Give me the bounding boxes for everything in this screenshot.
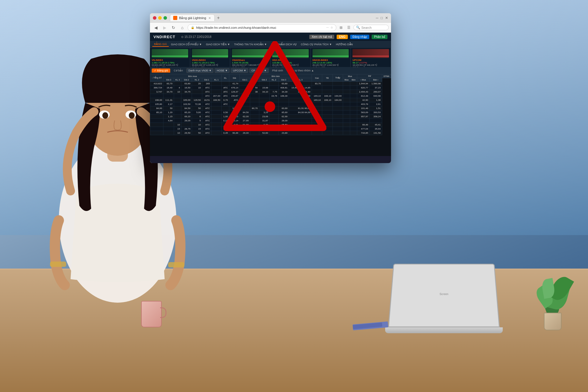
td-g2s: 9,70 [259, 123, 269, 127]
td-kl1b [211, 119, 221, 123]
nav-thong-tin-tai-khoan[interactable]: THÔNG TIN TÀI KHOẢN ▼ [232, 42, 269, 46]
nav-bang-gia[interactable]: BẢNG GIÁ [152, 42, 169, 47]
index-hnx[interactable]: HNX-INDEX 123.88 (1.49 1.22%) 49,145,700… [270, 48, 311, 67]
table-row[interactable]: ATC 207,00 ATC 150,87 211,00 19,76 168,3… [150, 94, 391, 98]
tab-co-ban[interactable]: Cơ bản [171, 68, 185, 73]
upcom-name: UPCOM [353, 59, 389, 61]
td-kl1s [250, 98, 259, 102]
window-maximize-button[interactable] [163, 16, 167, 20]
td-gia: 129,37 [229, 90, 240, 94]
td-ban [350, 106, 357, 110]
tab-dau-tu-nhom[interactable]: Đầu tư theo nhóm ▲ [287, 68, 316, 73]
desk-plant [535, 272, 570, 330]
td-gia [229, 102, 240, 106]
td-kl3s [289, 123, 312, 127]
table-row[interactable]: 1,15 69,20 6 ATC 1,00 177,10 62,00 23,06 [150, 115, 391, 119]
td-kl2s [269, 82, 278, 86]
tab-title: Bảng giá Lightning [179, 16, 206, 20]
hnx-info: 49,145,700 CP 1,044,526 Tỷ [272, 64, 309, 66]
tab-phai-sinh[interactable]: Phái sinh [270, 68, 285, 73]
table-row[interactable]: 10 26,50 50 ATC 0,45 90,46 26,00 52,60 2… [150, 131, 391, 135]
win-maximize-ctrl[interactable]: □ [381, 16, 383, 20]
td-ban [350, 127, 357, 131]
td-thap [333, 106, 343, 110]
tab-close-button[interactable]: ✕ [208, 16, 211, 20]
index-vn30[interactable]: VN30-INDEX 1,082.71 (29.24 2.78%) 93,620… [190, 48, 230, 67]
td-g2b: 84,50 [181, 106, 192, 110]
nav-cong-cu-phan-tich[interactable]: CÔNG CỤ PHÂN TÍCH ▼ [299, 42, 333, 46]
td-g1s [240, 86, 250, 90]
nav-giao-dich-co-phieu[interactable]: GIAO DỊCH CỔ PHIẾU ▼ [169, 42, 204, 46]
td-g1s: 211,00 [240, 94, 250, 98]
table-row[interactable]: 10 10 ATC 3,01 91,90 9,70 85,50 [150, 123, 391, 127]
window-minimize-button[interactable] [158, 16, 162, 20]
td-tb [322, 127, 333, 131]
td-kl2b: 50 [192, 131, 202, 135]
th-kl3s: KL 3 [289, 78, 312, 82]
td-kl2s [269, 131, 278, 135]
td-du-ban: 1,38 [370, 98, 382, 102]
td-gia: 142,27 [229, 127, 240, 131]
td-kl3b: 4 [174, 86, 181, 90]
back-button[interactable]: ◀ [152, 24, 159, 31]
tab-bang-gia[interactable]: ✓ Bảng giá [152, 68, 170, 73]
tab-upcom[interactable]: UPCOM ▼ [231, 68, 248, 73]
td-g3b: 16,40 [163, 86, 174, 90]
td-g1b: ATC [202, 119, 211, 123]
table-row[interactable]: 410,822 83,70 63,80 20 265 41,74 [150, 82, 391, 86]
td-kl3s [289, 115, 312, 119]
nav-san-pham-dich-vu[interactable]: SẢN PHẨM DỊCH VỤ [269, 42, 299, 46]
table-row[interactable]: 15 28,75 15 ATC 1,20 142,27 28,10 123,81… [150, 127, 391, 131]
win-minimize-ctrl[interactable]: ─ [376, 16, 378, 20]
td-du-ban: 37,23 [370, 86, 382, 90]
index-vnindex[interactable]: VN-INDEX 1,082.71 (29.24 2.78%) 93,620,1… [150, 48, 190, 67]
table-row[interactable]: 4,64 28,05 5 ATC 0,15 6,14 27,95 31,87 [150, 119, 391, 123]
new-tab-button[interactable]: + [217, 15, 220, 21]
forward-button[interactable]: ▶ [161, 24, 168, 31]
extensions-button[interactable]: ⊞ [338, 25, 344, 31]
td-g2b: 34,75 [181, 90, 192, 94]
lock-icon: 🔒 [191, 26, 194, 29]
td-gia: ATC [229, 98, 240, 102]
td-tong-gt [150, 119, 163, 123]
td-tong-gt [150, 123, 163, 127]
nav-huong-dan[interactable]: HƯỚNG DẪN [334, 42, 355, 46]
th-ben-mua: Bên mua [163, 74, 222, 78]
vnd-indices: VN-INDEX 1,082.71 (29.24 2.78%) 93,620,1… [150, 48, 391, 67]
vnindex-phien: (11) Phiên ATC [152, 66, 188, 67]
dang-nhap-button[interactable]: Đăng nhập [350, 35, 369, 39]
nav-giao-dich-tien[interactable]: GIAO DỊCH TIỀN ▼ [204, 42, 232, 46]
tab-hose[interactable]: HOSE ▼ [215, 68, 230, 73]
th-g2b: Giá 2 [181, 78, 192, 82]
th-tong-gt[interactable]: ↕ Tổng GT [150, 74, 163, 82]
td-tb [322, 102, 333, 106]
eng-button[interactable]: ENG [337, 35, 348, 39]
td-g2s: 52,60 [259, 131, 269, 135]
td-g1b: 265 [202, 82, 211, 86]
td-g3s: 28,10 [278, 127, 289, 131]
td-g3s: 83,60 [278, 106, 289, 110]
td-kl: ATC [222, 90, 229, 94]
table-row[interactable]: 3,747 34,70 10 34,75 ATC ATC 129,37 38 3… [150, 90, 391, 94]
win-close-ctrl[interactable]: ✕ [385, 16, 388, 20]
tab-danh-muc[interactable]: Danh mục VN30 ▼ [186, 68, 213, 73]
window-close-button[interactable] [153, 16, 156, 20]
stock-table-scroll[interactable]: ↕ Tổng GT Bên mua KL Giá Bên bán Cao TB … [150, 74, 391, 156]
index-hnx30[interactable]: HNX30-INDEX 246.12 (4.46 1.85%) 49,145,7… [311, 48, 351, 67]
index-upcom[interactable]: UPCOM 58.17 (-0.07%) 18,105,501 CP 448,1… [351, 48, 391, 67]
home-button[interactable]: ⌂ [179, 24, 186, 31]
xem-chi-tiet-button[interactable]: Xem chi tiết mã [309, 35, 334, 39]
browser-tab-active[interactable]: Bảng giá Lightning ✕ [170, 14, 215, 21]
index-vnallshare[interactable]: VNAllShare 1,534.75 (30.88) 300,152,913 … [230, 48, 270, 67]
td-mua [343, 106, 350, 110]
search-box[interactable]: 🔍 Search [353, 25, 389, 30]
tab-cp-nganh[interactable]: CP ngành ▼ [249, 68, 268, 73]
address-bar[interactable]: 🔒 https://trade-hn.vndirect.com.vn/chung… [188, 24, 336, 31]
td-thap [333, 110, 343, 115]
table-row[interactable]: 366,724 16,40 4 16,50 10 ATC ATC 476,14 … [150, 86, 391, 90]
td-g2b: 26,50 [181, 131, 192, 135]
td-kl1b [211, 82, 221, 86]
phan-bi-button[interactable]: Phân bổ [372, 35, 387, 39]
bookmarks-button[interactable]: ☰ [346, 25, 352, 31]
refresh-button[interactable]: ↻ [170, 24, 177, 31]
